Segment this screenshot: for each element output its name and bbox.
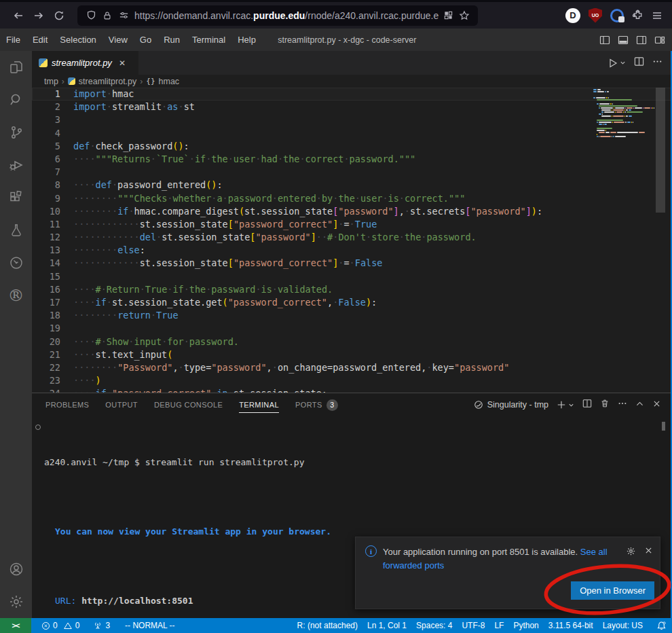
panel-tab-problems[interactable]: PROBLEMS (45, 397, 89, 413)
menu-item-selection[interactable]: Selection (54, 29, 102, 51)
split-editor-icon[interactable] (634, 56, 644, 69)
notification-close-icon[interactable] (644, 546, 653, 557)
terminal-message-line: You can now view your Streamlit app in y… (44, 526, 672, 537)
panel-tab-ports[interactable]: PORTS3 (295, 395, 338, 415)
status-item[interactable]: R: (not attached) (293, 621, 362, 630)
panel-more-icon[interactable] (618, 399, 627, 411)
search-icon[interactable] (0, 84, 32, 116)
code-line: 18········return·True (32, 309, 672, 322)
tracking-shield-icon[interactable] (83, 7, 99, 24)
panel-tab-output[interactable]: OUTPUT (105, 397, 138, 413)
more-actions-icon[interactable] (652, 56, 662, 69)
code-line: 16····#·Return·True·if·the·passward·is·v… (32, 283, 672, 296)
error-circle-icon (41, 621, 50, 630)
code-line: 22········"Password",·type="password",·o… (32, 361, 672, 374)
status-item[interactable]: 3.11.5 64-bit (544, 621, 598, 630)
editor-tab-streamlitprot[interactable]: streamlitprot.py ✕ (32, 51, 139, 75)
editor-area: streamlitprot.py ✕ tmp › streamlitprot.p… (32, 51, 672, 618)
breadcrumb-file[interactable]: streamlitprot.py (79, 77, 136, 86)
symbol-braces-icon: {} (146, 77, 155, 86)
extensions-puzzle-icon[interactable] (632, 10, 643, 21)
minimap[interactable] (593, 89, 652, 138)
chevron-right-icon: › (62, 77, 64, 86)
back-button[interactable] (8, 6, 29, 25)
menu-item-help[interactable]: Help (231, 29, 262, 51)
adblock-extension-icon[interactable]: UO (589, 8, 602, 23)
status-item[interactable]: Layout: US (598, 621, 648, 630)
problems-status[interactable]: 0 0 (37, 621, 84, 630)
singularity-icon (474, 400, 483, 410)
panel-tab-terminal[interactable]: TERMINAL (239, 397, 279, 413)
privacy-extension-icon[interactable] (610, 9, 624, 22)
r-language-icon[interactable]: ® (0, 279, 32, 312)
status-item[interactable]: Ln 1, Col 1 (362, 621, 411, 630)
breadcrumb-symbol[interactable]: hmac (159, 77, 180, 86)
lock-icon[interactable] (99, 7, 115, 24)
menu-item-file[interactable]: File (0, 29, 26, 51)
menu-item-view[interactable]: View (102, 29, 134, 51)
menu-item-run[interactable]: Run (157, 29, 186, 51)
notification-toast: i Your application running on port 8501 … (355, 537, 660, 609)
terminal-prompt-line: a240.anvil ~/tmp $ streamlit run streaml… (44, 456, 672, 468)
python-file-icon (39, 58, 48, 67)
window-title: streamlitprot.py - x-dgc - code-server (278, 35, 416, 45)
remote-indicator[interactable]: >< (0, 618, 31, 633)
tab-title: streamlitprot.py (52, 58, 112, 68)
url-text: https://ondemand.anvil.rcac.purdue.edu/r… (134, 10, 440, 21)
resource-monitor-icon[interactable] (0, 247, 32, 279)
status-item[interactable]: Python (508, 621, 543, 630)
menu-hamburger-icon[interactable] (652, 10, 662, 21)
maximize-panel-icon[interactable] (635, 399, 644, 411)
new-terminal-icon[interactable] (557, 400, 574, 410)
code-line: 9········"""Checks·whether·a·password·en… (32, 192, 672, 205)
terminal-profile[interactable]: Singularity - tmp (474, 400, 548, 410)
forwarded-ports-status[interactable]: 3 (88, 621, 115, 630)
screen: https://ondemand.anvil.rcac.purdue.edu/r… (0, 0, 672, 633)
code-line: 4 (32, 127, 672, 140)
status-item[interactable]: LF (489, 621, 508, 630)
toggle-secondary-sidebar-icon[interactable] (636, 35, 647, 46)
open-in-browser-button[interactable]: Open in Browser (571, 581, 654, 600)
status-item[interactable]: Spaces: 4 (411, 621, 457, 630)
explorer-icon[interactable] (0, 51, 32, 84)
code-line: 11············st.session_state["password… (32, 218, 672, 231)
close-panel-icon[interactable] (652, 399, 661, 411)
permissions-icon[interactable] (115, 7, 132, 24)
breadcrumb-folder[interactable]: tmp (44, 77, 58, 86)
menu-item-terminal[interactable]: Terminal (186, 29, 231, 51)
run-debug-icon[interactable] (0, 149, 32, 181)
code-line: 24····if·"password_correct"·in·st.sessio… (32, 387, 672, 393)
bookmark-star-icon[interactable] (456, 7, 472, 24)
reload-button[interactable] (49, 6, 69, 25)
accounts-icon[interactable] (0, 553, 32, 585)
settings-gear-icon[interactable] (0, 585, 32, 618)
toggle-sidebar-icon[interactable] (599, 35, 610, 46)
page-grid-icon[interactable] (440, 7, 456, 24)
panel-tab-debug-console[interactable]: DEBUG CONSOLE (154, 397, 223, 413)
url-bar[interactable]: https://ondemand.anvil.rcac.purdue.edu/r… (77, 5, 478, 26)
split-terminal-icon[interactable] (582, 399, 592, 411)
editor-scrollbar[interactable] (656, 88, 665, 213)
forward-button[interactable] (29, 6, 49, 25)
customize-layout-icon[interactable] (654, 35, 665, 46)
vim-mode-status[interactable]: -- NORMAL -- (120, 621, 180, 630)
activity-bar: ® (0, 51, 32, 618)
run-python-file-button[interactable] (608, 58, 626, 69)
profile-avatar[interactable]: D (565, 8, 580, 23)
notifications-bell-icon[interactable] (652, 621, 672, 631)
terminal-scrollbar[interactable] (662, 422, 665, 431)
notification-settings-gear-icon[interactable] (626, 546, 636, 558)
code-line: 7 (32, 166, 672, 179)
menu-item-go[interactable]: Go (134, 29, 157, 51)
kill-terminal-trash-icon[interactable] (600, 399, 610, 411)
source-control-icon[interactable] (0, 116, 32, 149)
code-editor[interactable]: 1import·hmac2import·streamlit·as·st345de… (32, 88, 672, 393)
testing-flask-icon[interactable] (0, 214, 32, 247)
tab-close-icon[interactable]: ✕ (119, 58, 126, 68)
panel-header: PROBLEMSOUTPUTDEBUG CONSOLETERMINALPORTS… (32, 393, 672, 416)
status-item[interactable]: UTF-8 (457, 621, 489, 630)
extensions-icon[interactable] (0, 181, 32, 214)
mini-lock-icon (618, 16, 624, 22)
toggle-panel-icon[interactable] (618, 35, 629, 46)
menu-item-edit[interactable]: Edit (26, 29, 54, 51)
